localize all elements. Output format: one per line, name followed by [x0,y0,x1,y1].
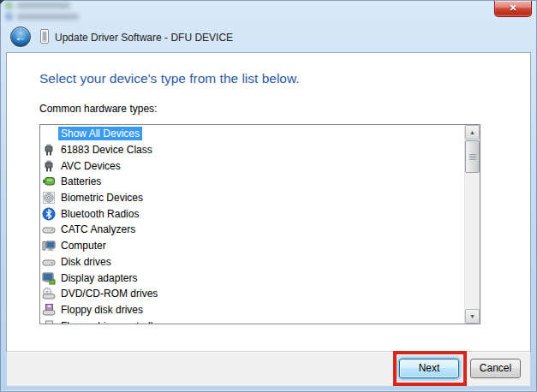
list-item-bluetooth-radios[interactable]: Bluetooth Radios [40,205,465,222]
thumb-grip-icon [469,154,476,160]
back-button[interactable]: ← [10,27,31,47]
list-item-label: Show All Devices [58,127,142,140]
floppy-drive-icon [42,303,56,317]
list-item-label: CATC Analyzers [58,223,138,236]
list-item-floppy-drive-controllers[interactable]: Floppy drive controllers [40,318,465,324]
cancel-button[interactable]: Cancel [470,359,521,378]
scroll-down-button[interactable]: ▼ [465,309,480,324]
list-item-biometric-devices[interactable]: Biometric Devices [40,190,465,206]
wizard-footer: Next Cancel [7,351,530,386]
list-item-label: 61883 Device Class [58,143,155,157]
list-item-label: Batteries [58,175,104,188]
list-item-label: Display adapters [58,271,140,285]
analyzer-icon [42,223,56,236]
av-device-icon [42,143,56,157]
list-item-label: DVD/CD-ROM drives [58,287,160,300]
driver-icon [40,29,49,44]
scrollbar-thumb[interactable] [465,140,480,173]
av-device-icon [42,159,56,173]
list-item-label: Bluetooth Radios [58,207,141,221]
battery-icon [42,175,56,188]
hardware-types-label: Common hardware types: [39,103,157,115]
back-arrow-icon: ← [15,30,27,44]
background-window-blur [5,2,134,26]
list-item-catc-analyzers[interactable]: CATC Analyzers [40,222,465,238]
list-item-label: Biometric Devices [58,191,146,205]
computer-icon [42,239,56,252]
scroll-up-button[interactable]: ▲ [465,125,480,140]
close-button[interactable]: ✕ [494,1,532,17]
wizard-page: Select your device's type from the list … [7,53,530,351]
list-item-avc-devices[interactable]: AVC Devices [40,157,465,174]
list-item-batteries[interactable]: Batteries [40,174,465,190]
list-item-dvd-cdrom-drives[interactable]: DVD/CD-ROM drives [40,286,465,302]
page-title: Select your device's type from the list … [39,71,300,86]
window-corner [0,0,9,9]
window-title: Update Driver Software - DFU DEVICE [55,32,233,44]
next-button[interactable]: Next [399,359,459,378]
list-item-computer[interactable]: Computer [40,238,465,254]
disk-drive-icon [42,255,56,269]
list-item-label: Disk drives [58,255,114,269]
list-item-61883-device-class[interactable]: 61883 Device Class [40,142,465,158]
list-item-label: Floppy disk drives [58,303,146,317]
dvd-drive-icon [42,287,56,300]
blurred-text [17,14,79,20]
scrollbar[interactable]: ▲ ▼ [464,125,480,324]
hardware-types-rows: Show All Devices 61883 Device Class AVC … [40,126,465,324]
list-item-label: AVC Devices [58,159,123,173]
fingerprint-icon [42,191,56,205]
bluetooth-icon [42,207,56,221]
blurred-icon [5,13,13,21]
scroll-up-icon: ▲ [469,129,475,135]
blurred-text [17,3,70,9]
list-item-floppy-disk-drives[interactable]: Floppy disk drives [40,302,465,318]
list-item-label: Floppy drive controllers [58,319,170,324]
floppy-controller-icon [42,319,56,324]
close-icon: ✕ [509,3,516,13]
update-driver-wizard-window: ✕ ← Update Driver Software - DFU DEVICE … [0,0,537,392]
display-adapter-icon [42,271,56,285]
scroll-down-icon: ▼ [469,313,475,319]
hardware-types-listbox: Show All Devices 61883 Device Class AVC … [39,124,480,324]
list-item-label: Computer [58,239,109,252]
list-item-show-all-devices[interactable]: Show All Devices [40,126,465,142]
list-item-disk-drives[interactable]: Disk drives [40,254,465,270]
list-item-display-adapters[interactable]: Display adapters [40,270,465,286]
